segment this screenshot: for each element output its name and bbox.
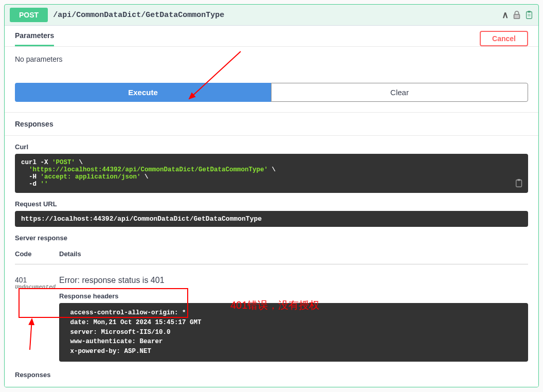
execute-button[interactable]: Execute [15, 83, 271, 102]
request-url-value: https://localhost:44392/api/CommonDataDi… [15, 211, 528, 227]
collapse-icon[interactable]: ∧ [502, 9, 509, 21]
undocumented-label: Undocumented [15, 284, 59, 290]
request-url-label: Request URL [15, 193, 528, 211]
svg-rect-6 [517, 179, 520, 181]
responses-body: Curl curl -X 'POST' \ 'https://localhost… [5, 135, 538, 387]
error-message: Error: response status is 401 [59, 276, 528, 285]
code-column-header: Code [15, 250, 59, 258]
response-headers-label: Response headers [59, 292, 528, 300]
svg-rect-5 [516, 180, 522, 187]
no-parameters-text: No parameters [15, 55, 528, 63]
responses-header: Responses [5, 112, 538, 135]
response-row: 401 Undocumented Error: response status … [15, 264, 528, 362]
details-column-header: Details [59, 250, 528, 258]
responses-footer-label: Responses [15, 362, 528, 382]
parameters-section-bar: Parameters Cancel [5, 25, 538, 46]
paste-icon[interactable] [525, 10, 533, 20]
endpoint-panel: POST /api/CommonDataDict/GetDataCommonTy… [4, 4, 539, 387]
server-response-label: Server response [15, 227, 528, 245]
endpoint-path: /api/CommonDataDict/GetDataCommonType [53, 11, 497, 20]
method-badge: POST [10, 8, 48, 22]
svg-rect-0 [514, 14, 520, 19]
svg-rect-2 [528, 11, 530, 13]
response-table-header: Code Details [15, 245, 528, 264]
lock-icon[interactable] [513, 10, 521, 20]
svg-rect-1 [527, 12, 532, 19]
curl-label: Curl [15, 136, 528, 154]
clear-button[interactable]: Clear [271, 83, 528, 102]
endpoint-header[interactable]: POST /api/CommonDataDict/GetDataCommonTy… [5, 5, 538, 25]
status-code: 401 [15, 276, 59, 284]
parameters-body: No parameters Execute Clear [5, 46, 538, 112]
curl-code-block: curl -X 'POST' \ 'https://localhost:4439… [15, 154, 528, 193]
response-headers-block: access-control-allow-origin: * date: Mon… [59, 303, 528, 362]
parameters-title: Parameters [15, 31, 54, 46]
copy-curl-icon[interactable] [515, 179, 524, 190]
cancel-button[interactable]: Cancel [480, 31, 528, 46]
